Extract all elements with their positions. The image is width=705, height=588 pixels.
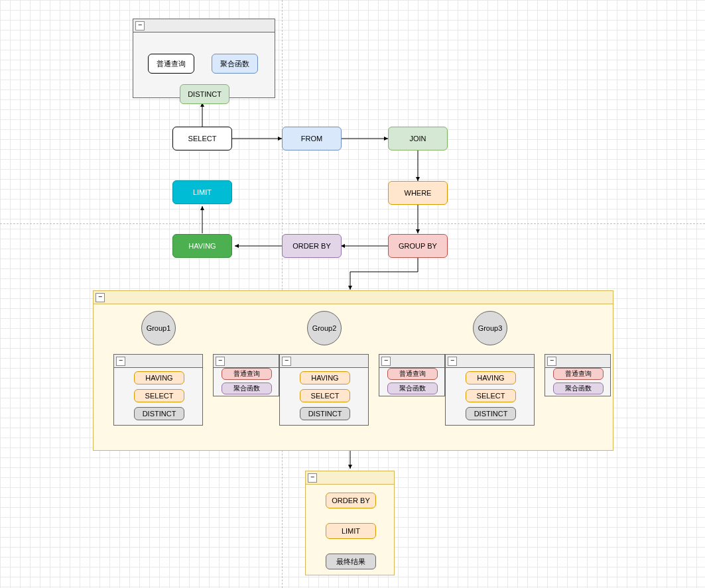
node-where[interactable]: WHERE — [388, 181, 448, 205]
collapse-icon[interactable]: − — [116, 357, 125, 366]
group3-left-container[interactable]: − HAVING SELECT DISTINCT — [445, 354, 535, 426]
group3-select[interactable]: SELECT — [466, 389, 516, 402]
collapse-icon[interactable]: − — [381, 357, 391, 366]
group3-having[interactable]: HAVING — [466, 371, 516, 384]
group2-left-container[interactable]: − HAVING SELECT DISTINCT — [279, 354, 369, 426]
collapse-icon[interactable]: − — [216, 357, 225, 366]
group3-distinct[interactable]: DISTINCT — [466, 407, 516, 420]
node-select[interactable]: SELECT — [172, 127, 232, 150]
node-from[interactable]: FROM — [282, 127, 342, 150]
final-orderby[interactable]: ORDER BY — [326, 493, 376, 508]
final-limit[interactable]: LIMIT — [326, 523, 376, 539]
node-group1-circle[interactable]: Group1 — [141, 311, 176, 345]
container-header: − — [306, 471, 394, 485]
node-group3-circle[interactable]: Group3 — [473, 311, 507, 345]
node-orderby[interactable]: ORDER BY — [282, 234, 342, 258]
select-options-container[interactable]: − 普通查询 聚合函数 DISTINCT — [133, 19, 275, 98]
group2-distinct[interactable]: DISTINCT — [300, 407, 350, 420]
node-groupby[interactable]: GROUP BY — [388, 234, 448, 258]
container-header: − — [133, 19, 275, 32]
container-header: − — [545, 355, 610, 368]
collapse-icon[interactable]: − — [135, 21, 145, 30]
container-header: − — [446, 355, 534, 368]
collapse-icon[interactable]: − — [448, 357, 457, 366]
group1-select[interactable]: SELECT — [134, 389, 184, 402]
final-result-container[interactable]: − ORDER BY LIMIT 最终结果 — [305, 471, 395, 575]
group1-having[interactable]: HAVING — [134, 371, 184, 384]
group3-normal-query[interactable]: 普通查询 — [553, 368, 604, 380]
collapse-icon[interactable]: − — [282, 357, 291, 366]
group2-select[interactable]: SELECT — [300, 389, 350, 402]
container-header: − — [379, 355, 444, 368]
group2-right-container[interactable]: − 普通查询 聚合函数 — [379, 354, 445, 396]
collapse-icon[interactable]: − — [308, 473, 317, 483]
container-header: − — [94, 291, 613, 304]
group1-right-container[interactable]: − 普通查询 聚合函数 — [213, 354, 279, 396]
group1-aggregate[interactable]: 聚合函数 — [222, 382, 272, 394]
container-header: − — [114, 355, 202, 368]
node-having[interactable]: HAVING — [172, 234, 232, 258]
group1-distinct[interactable]: DISTINCT — [134, 407, 184, 420]
collapse-icon[interactable]: − — [547, 357, 556, 366]
container-header: − — [214, 355, 279, 368]
final-result[interactable]: 最终结果 — [326, 554, 376, 569]
node-distinct[interactable]: DISTINCT — [180, 84, 229, 104]
group3-aggregate[interactable]: 聚合函数 — [553, 382, 604, 394]
node-aggregate-func[interactable]: 聚合函数 — [212, 54, 258, 74]
collapse-icon[interactable]: − — [96, 293, 105, 302]
group3-right-container[interactable]: − 普通查询 聚合函数 — [545, 354, 611, 396]
groupby-expanded-container[interactable]: − Group1 − HAVING SELECT DISTINCT − 普通查询… — [93, 290, 613, 451]
group2-aggregate[interactable]: 聚合函数 — [387, 382, 438, 394]
group2-normal-query[interactable]: 普通查询 — [387, 368, 438, 380]
container-header: − — [280, 355, 368, 368]
group1-left-container[interactable]: − HAVING SELECT DISTINCT — [113, 354, 203, 426]
node-join[interactable]: JOIN — [388, 127, 448, 150]
group1-normal-query[interactable]: 普通查询 — [222, 368, 272, 380]
group2-having[interactable]: HAVING — [300, 371, 350, 384]
diagram-canvas[interactable]: − 普通查询 聚合函数 DISTINCT SELECT FROM JOIN WH… — [0, 0, 705, 588]
page-guide-horizontal — [0, 223, 705, 224]
node-normal-query[interactable]: 普通查询 — [148, 54, 194, 74]
node-group2-circle[interactable]: Group2 — [307, 311, 342, 345]
node-limit[interactable]: LIMIT — [172, 180, 232, 204]
